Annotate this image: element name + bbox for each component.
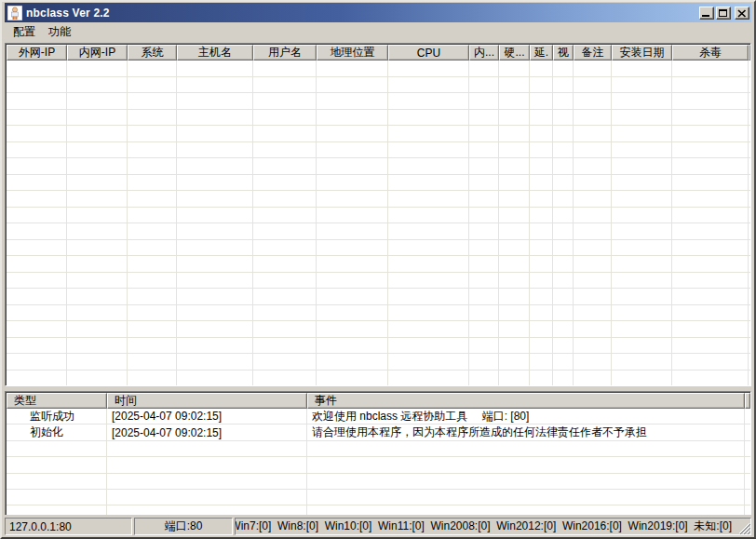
cell [574,126,612,141]
cell [253,77,317,93]
column-header[interactable]: 视 [553,45,574,61]
table-row [7,371,750,387]
cell [749,321,750,337]
cell [612,289,672,304]
column-header[interactable]: 事件 [307,393,745,409]
column-header[interactable]: 内网-IP [67,45,128,61]
cell [67,191,128,207]
cell [745,441,750,456]
cell [530,354,553,370]
cell [530,371,553,386]
cell [530,305,553,321]
cell [67,110,128,126]
column-header[interactable]: 类型 [7,393,107,409]
column-header[interactable]: 主机名 [177,45,253,61]
cell [317,158,388,174]
cell [749,273,750,289]
cell [530,208,553,223]
cell [388,256,469,272]
column-header[interactable]: CPU [388,45,469,61]
column-header[interactable]: 安装日期 [612,45,672,61]
cell [253,256,317,272]
cell [499,321,530,337]
cell [499,273,530,289]
table-row [7,93,750,110]
cell [749,142,750,158]
cell [388,305,469,321]
cell [388,175,469,191]
cell [612,191,672,207]
cell [612,273,672,289]
cell [7,191,67,207]
table-row [7,77,750,94]
cell [253,175,317,191]
hosts-table-header: 外网-IP内网-IP系统主机名用户名地理位置CPU内...硬...延.视备注安装… [7,45,750,61]
cell [253,289,317,304]
cell [67,371,128,386]
log-type-cell [7,457,107,472]
cell [530,126,553,141]
cell [530,93,553,109]
cell [388,110,469,126]
cell [177,158,253,174]
cell [253,371,317,386]
cell [574,256,612,272]
maximize-button[interactable] [716,7,731,20]
cell [177,126,253,141]
cell [128,158,177,174]
menu-item-config[interactable]: 配置 [7,22,42,42]
cell [388,354,469,370]
cell [553,321,574,337]
cell [499,158,530,174]
table-row [7,191,750,208]
cell [177,354,253,370]
column-header[interactable]: 杀毒 [672,45,749,61]
cell [499,77,530,93]
cell [499,223,530,239]
app-window: nbclass Ver 2.2 配置功能 外网-IP内网-IP系统主机名用户名地… [0,0,756,539]
title-bar[interactable]: nbclass Ver 2.2 [5,3,751,22]
cell [499,93,530,109]
column-header[interactable]: 用户名 [253,45,317,61]
cell [469,289,499,304]
column-header[interactable]: 时间 [107,393,307,409]
close-button[interactable] [735,7,749,20]
column-header[interactable]: 硬... [499,45,530,61]
cell [7,77,67,93]
column-header[interactable]: 延. [530,45,553,61]
window-title: nbclass Ver 2.2 [26,7,110,20]
column-header[interactable]: 地理位置 [317,45,388,61]
column-header[interactable]: 外网-IP [7,45,67,61]
minimize-button[interactable] [699,7,714,20]
cell [253,142,317,158]
table-row [7,441,750,457]
cell [253,240,317,256]
cell [469,338,499,354]
cell [317,256,388,272]
cell [469,256,499,272]
cell [612,142,672,158]
log-row[interactable]: 初始化[2025-04-07 09:02:15]请合理使用本程序，因为本程序所造… [7,424,750,440]
cell [128,305,177,321]
cell [530,77,553,93]
cell [67,354,128,370]
resize-grip[interactable] [738,522,750,534]
column-header[interactable]: 系统 [128,45,177,61]
cell [388,158,469,174]
cell [177,321,253,337]
app-icon[interactable] [7,6,22,20]
cell [574,175,612,191]
table-row [7,61,750,77]
menu-item-function[interactable]: 功能 [42,22,77,42]
cell [672,61,749,76]
cell [672,223,749,239]
cell [749,61,750,76]
column-header[interactable]: 内... [469,45,499,61]
cell [672,208,749,223]
cell [749,240,750,256]
cell [612,208,672,223]
column-header[interactable]: 备注 [574,45,612,61]
cell [317,354,388,370]
cell [67,289,128,304]
log-row[interactable]: 监听成功[2025-04-07 09:02:15]欢迎使用 nbclass 远程… [7,409,750,424]
